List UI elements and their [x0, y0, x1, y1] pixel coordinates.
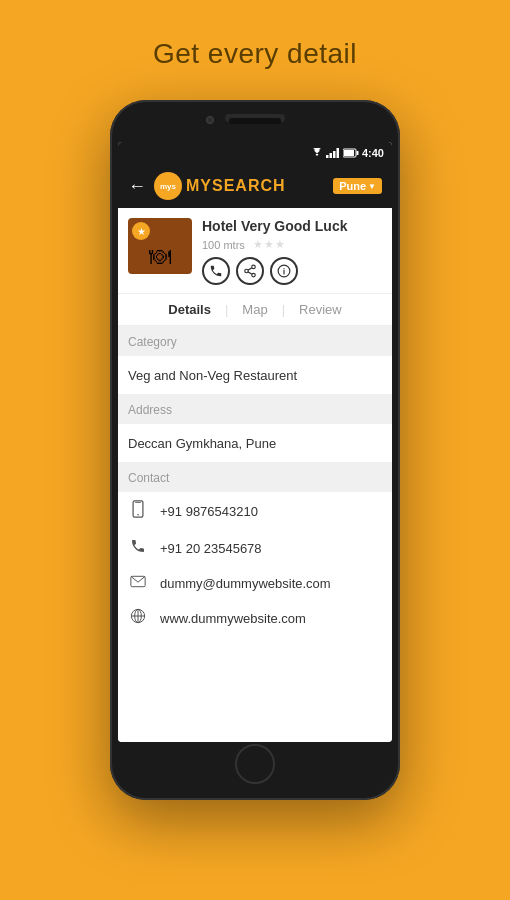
back-button[interactable]: ←: [128, 176, 146, 197]
svg-point-9: [252, 273, 256, 277]
signal-icon: [326, 148, 340, 158]
listing-image: ★: [128, 218, 192, 274]
landline-number: +91 20 23545678: [160, 541, 262, 556]
contact-item-website[interactable]: www.dummywebsite.com: [118, 600, 392, 636]
category-value: Veg and Non-Veg Restaurent: [128, 368, 297, 383]
rating-stars: ★ ★ ★: [253, 238, 285, 251]
mobile-number: +91 9876543210: [160, 504, 258, 519]
status-icons: [311, 148, 359, 158]
call-button[interactable]: [202, 257, 230, 285]
svg-rect-3: [336, 148, 339, 158]
logo-my: MY: [186, 177, 212, 194]
email-address: dummy@dummywebsite.com: [160, 576, 331, 591]
logo-text: MYSEARCH: [186, 177, 286, 195]
listing-meta: 100 mtrs ★ ★ ★: [202, 238, 382, 251]
star-badge-icon: ★: [137, 226, 146, 237]
globe-icon: [130, 608, 146, 624]
mobile-icon: [128, 500, 148, 522]
logo-search: SEARCH: [212, 177, 286, 194]
category-section-content: Veg and Non-Veg Restaurent: [118, 356, 392, 394]
svg-rect-6: [344, 150, 354, 156]
listing-info: Hotel Very Good Luck 100 mtrs ★ ★ ★: [202, 218, 382, 285]
contact-item-mobile[interactable]: +91 9876543210: [118, 492, 392, 530]
address-section-content: Deccan Gymkhana, Pune: [118, 424, 392, 462]
category-section-header: Category: [118, 326, 392, 356]
mail-icon: [130, 575, 146, 588]
tab-review[interactable]: Review: [293, 300, 348, 319]
share-button[interactable]: [236, 257, 264, 285]
favorite-badge: ★: [132, 222, 150, 240]
svg-rect-2: [333, 151, 336, 158]
landline-icon: [128, 538, 148, 558]
location-text: Pune: [339, 180, 366, 192]
home-button[interactable]: [235, 744, 275, 784]
tab-divider-1: |: [225, 302, 228, 317]
svg-point-8: [245, 269, 249, 273]
info-button[interactable]: [270, 257, 298, 285]
content-area: ★ Hotel Very Good Luck 100 mtrs ★ ★ ★: [118, 208, 392, 742]
contact-section-header: Contact: [118, 462, 392, 492]
address-section-header: Address: [118, 394, 392, 424]
wifi-icon: [311, 148, 323, 158]
star-3: ★: [275, 238, 285, 251]
location-pill[interactable]: Pune ▼: [333, 178, 382, 194]
logo-area: mys MYSEARCH: [154, 172, 333, 200]
svg-point-16: [137, 514, 139, 516]
listing-name: Hotel Very Good Luck: [202, 218, 382, 234]
logo-badge: mys: [154, 172, 182, 200]
tab-bar: Details | Map | Review: [118, 293, 392, 326]
svg-rect-1: [329, 153, 332, 158]
location-arrow-icon: ▼: [368, 182, 376, 191]
website-url: www.dummywebsite.com: [160, 611, 306, 626]
camera: [206, 116, 214, 124]
share-icon: [243, 264, 257, 278]
svg-rect-0: [326, 155, 329, 158]
category-header-text: Category: [128, 335, 177, 349]
email-icon: [128, 574, 148, 592]
page-title: Get every detail: [153, 38, 357, 70]
listing-header: ★ Hotel Very Good Luck 100 mtrs ★ ★ ★: [118, 208, 392, 293]
phone-icon: [131, 500, 145, 518]
address-value: Deccan Gymkhana, Pune: [128, 436, 276, 451]
logo-badge-text: mys: [160, 182, 176, 191]
phone-shell: 4:40 ← mys MYSEARCH Pune ▼: [110, 100, 400, 800]
svg-line-11: [248, 268, 252, 270]
screen: 4:40 ← mys MYSEARCH Pune ▼: [118, 142, 392, 742]
status-time: 4:40: [362, 147, 384, 159]
speaker: [229, 118, 281, 124]
contact-item-email[interactable]: dummy@dummywebsite.com: [118, 566, 392, 600]
app-header: ← mys MYSEARCH Pune ▼: [118, 164, 392, 208]
listing-actions: [202, 257, 382, 285]
address-header-text: Address: [128, 403, 172, 417]
star-2: ★: [264, 238, 274, 251]
status-bar: 4:40: [118, 142, 392, 164]
website-icon: [128, 608, 148, 628]
tab-divider-2: |: [282, 302, 285, 317]
listing-distance: 100 mtrs: [202, 239, 245, 251]
battery-icon: [343, 148, 359, 158]
svg-line-10: [248, 272, 252, 274]
info-icon: [277, 264, 291, 278]
svg-rect-5: [356, 151, 358, 155]
telephone-icon: [130, 538, 146, 554]
call-icon: [209, 264, 223, 278]
star-1: ★: [253, 238, 263, 251]
svg-point-7: [252, 265, 256, 269]
tab-map[interactable]: Map: [236, 300, 273, 319]
tab-details[interactable]: Details: [162, 300, 217, 319]
contact-header-text: Contact: [128, 471, 169, 485]
contact-item-landline[interactable]: +91 20 23545678: [118, 530, 392, 566]
